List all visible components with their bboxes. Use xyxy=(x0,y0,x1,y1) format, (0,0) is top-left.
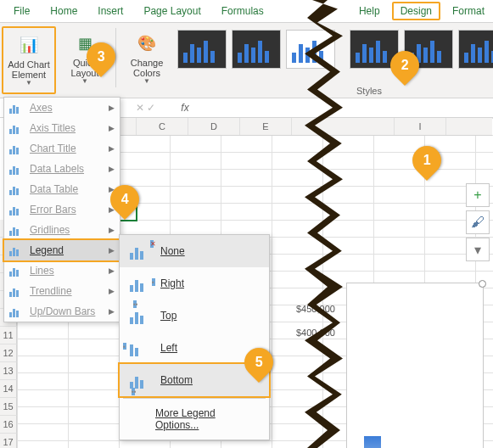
chevron-down-icon: ▼ xyxy=(143,78,150,86)
legend-right[interactable]: ▪Right xyxy=(120,267,269,300)
chart-filter-button[interactable]: ▾ xyxy=(466,238,490,261)
data-labels-icon xyxy=(9,163,23,175)
row-12[interactable]: 12 xyxy=(0,344,17,362)
tab-design[interactable]: Design xyxy=(392,2,440,20)
embedded-chart[interactable]: $450,000 $400,000 Q4 2021 xyxy=(346,283,484,448)
chart-title-icon xyxy=(9,143,23,154)
chart-styles-gallery-right[interactable] xyxy=(350,30,493,69)
tab-help[interactable]: Help xyxy=(350,2,389,20)
legend-bottom-icon: ▪▪ xyxy=(130,372,148,389)
legend-top-icon: ▪▪ xyxy=(130,307,148,324)
col-i[interactable]: I xyxy=(395,118,446,135)
style-thumb-1[interactable] xyxy=(177,30,227,69)
resize-handle[interactable] xyxy=(479,280,486,288)
legend-submenu: ✕None ▪Right ▪▪Top ▪Left ▪▪Bottom More L… xyxy=(119,234,270,440)
menu-axes[interactable]: Axes▶ xyxy=(4,98,120,118)
menu-lines[interactable]: Lines▶ xyxy=(4,260,120,281)
style-thumb-r3[interactable] xyxy=(458,30,493,69)
style-thumb-2[interactable] xyxy=(232,30,281,69)
col-e[interactable]: E xyxy=(240,118,292,135)
legend-left-icon: ▪ xyxy=(130,339,148,356)
ribbon-body: 📊 Add Chart Element ▼ ▦ Quick Layout ▼ 🎨… xyxy=(0,23,493,98)
fx-label: fx xyxy=(181,102,188,114)
chevron-down-icon: ▼ xyxy=(25,80,32,87)
row-14[interactable]: 14 xyxy=(0,380,17,398)
legend-none-icon: ✕ xyxy=(130,243,148,260)
legend-icon xyxy=(9,244,23,256)
tab-format[interactable]: Format xyxy=(444,2,493,20)
row-16[interactable]: 16 xyxy=(0,416,17,434)
trendline-icon xyxy=(9,285,23,297)
menu-chart-title[interactable]: Chart Title▶ xyxy=(4,138,120,159)
more-legend-options[interactable]: More Legend Options... xyxy=(120,400,269,440)
error-bars-icon xyxy=(9,204,23,216)
chart-bar[interactable] xyxy=(364,436,381,448)
palette-icon: 🎨 xyxy=(135,32,159,56)
menu-trendline[interactable]: Trendline▶ xyxy=(4,281,120,301)
chart-element-icon: 📊 xyxy=(17,34,41,58)
menu-legend[interactable]: Legend▶ xyxy=(3,238,121,262)
chart-styles-brush-button[interactable]: 🖌 xyxy=(466,210,490,234)
add-chart-element-menu: Axes▶ Axis Titles▶ Chart Title▶ Data Lab… xyxy=(3,97,120,322)
legend-top[interactable]: ▪▪Top xyxy=(120,300,269,332)
chevron-down-icon: ▼ xyxy=(81,78,88,86)
row-11[interactable]: 11 xyxy=(0,327,17,344)
legend-right-icon: ▪ xyxy=(130,275,148,292)
row-15[interactable]: 15 xyxy=(0,398,17,416)
menu-data-labels[interactable]: Data Labels▶ xyxy=(4,159,120,179)
tab-file[interactable]: File xyxy=(5,2,38,20)
add-chart-element-label: Add Chart Element xyxy=(3,59,54,80)
style-thumb-3[interactable] xyxy=(286,30,335,69)
menu-separator xyxy=(123,398,266,399)
menu-axis-titles[interactable]: Axis Titles▶ xyxy=(4,118,120,138)
menu-error-bars[interactable]: Error Bars▶ xyxy=(4,199,120,220)
change-colors-label: Change Colors xyxy=(121,58,172,78)
lines-icon xyxy=(9,265,23,277)
gridlines-icon xyxy=(9,224,23,236)
row-13[interactable]: 13 xyxy=(0,362,17,380)
chart-styles-gallery[interactable] xyxy=(177,30,335,69)
menu-gridlines[interactable]: Gridlines▶ xyxy=(4,220,120,240)
menu-data-table[interactable]: Data Table▶ xyxy=(4,179,120,199)
menu-updown-bars[interactable]: Up/Down Bars▶ xyxy=(4,301,120,322)
tab-formulas[interactable]: Formulas xyxy=(213,2,272,20)
legend-none[interactable]: ✕None xyxy=(120,235,269,267)
axes-icon xyxy=(9,102,23,114)
add-chart-element-button[interactable]: 📊 Add Chart Element ▼ xyxy=(2,26,56,94)
change-colors-button[interactable]: 🎨 Change Colors ▼ xyxy=(121,26,172,91)
updown-bars-icon xyxy=(9,305,23,317)
ribbon-tabs: File Home Insert Page Layout Formulas He… xyxy=(0,0,493,23)
data-table-icon xyxy=(9,183,23,195)
tab-insert[interactable]: Insert xyxy=(89,2,132,20)
styles-group-label: Styles xyxy=(356,86,382,96)
col-d[interactable]: D xyxy=(188,118,240,135)
axis-titles-icon xyxy=(9,122,23,134)
tab-page-layout[interactable]: Page Layout xyxy=(135,2,209,20)
tab-home[interactable]: Home xyxy=(42,2,86,20)
chart-elements-plus-button[interactable]: + xyxy=(466,183,490,207)
col-c[interactable]: C xyxy=(137,118,188,135)
row-17[interactable]: 17 xyxy=(0,434,17,448)
